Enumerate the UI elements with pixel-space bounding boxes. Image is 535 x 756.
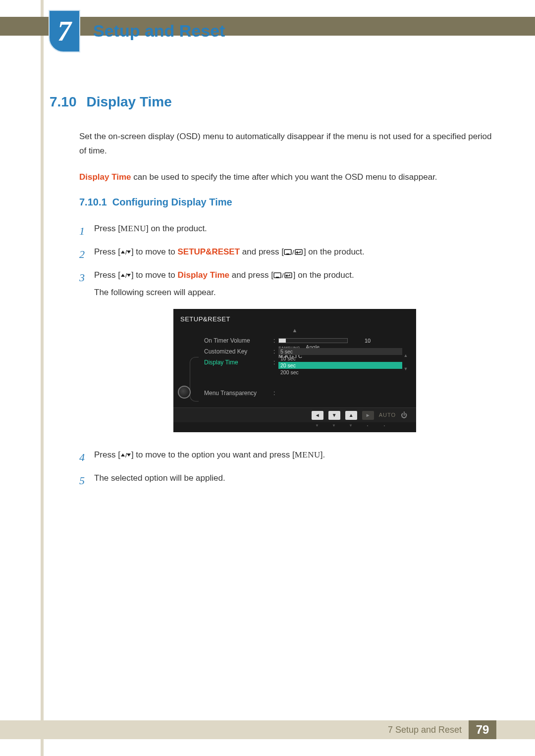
section-title-text: Display Time [87, 94, 172, 109]
step-num: 5 [79, 471, 94, 490]
svg-marker-16 [121, 454, 125, 456]
svg-marker-0 [121, 251, 125, 253]
osd-scroll-up-icon: ▲ [173, 328, 416, 333]
svg-rect-4 [286, 253, 289, 255]
subsection-title-text: Configuring Display Time [112, 197, 232, 207]
svg-marker-18 [127, 454, 131, 456]
nav-down-icon: ▼ [328, 411, 340, 420]
osd-display-time-options: 5 sec 10 sec 20 sec 200 sec [278, 348, 402, 376]
nav-right-icon: ► [362, 411, 374, 420]
footer-page-number: 79 [469, 720, 496, 739]
svg-marker-7 [296, 251, 298, 254]
chapter-number: 7 [57, 17, 71, 45]
step-text: The selected option will be applied. [94, 471, 495, 486]
step-3: 3 Press [/] to move to Display Time and … [79, 268, 495, 443]
osd-option-selected: 20 sec [278, 362, 402, 369]
svg-text:/: / [125, 452, 127, 459]
chapter-badge: 7 [49, 10, 80, 52]
osd-row-display-time: Display Time : 5 sec 10 sec 20 sec 200 [204, 357, 409, 368]
osd-nav-sub: ▼▼▼•• [173, 422, 416, 432]
keyword-setupreset: SETUP&RESET [177, 247, 240, 256]
chapter-title: Setup and Reset [93, 21, 225, 41]
page-content: 7.10Display Time Set the on-screen displ… [50, 94, 495, 495]
section-heading: 7.10Display Time [50, 94, 495, 110]
nav-left-icon: ◄ [312, 411, 323, 420]
svg-marker-8 [121, 274, 125, 277]
svg-marker-10 [127, 274, 131, 277]
header-bar [0, 17, 535, 36]
intro-paragraph-1: Set the on-screen display (OSD) menu to … [79, 130, 495, 158]
osd-panel: SETUP&RESET ▲ On Timer Volume : [173, 309, 416, 432]
osd-option: 5 sec [278, 348, 402, 355]
step-text: Press [/] to move to Display Time and pr… [94, 268, 495, 443]
osd-option: 10 sec [278, 355, 402, 362]
svg-marker-15 [285, 274, 287, 277]
step-num: 4 [79, 448, 94, 466]
section-number: 7.10 [50, 94, 77, 109]
step-num: 1 [79, 222, 94, 240]
power-icon: ⏻ [401, 410, 407, 421]
osd-nav-bar: ◄ ▼ ▲ ► AUTO ⏻ [173, 407, 416, 422]
step-text: Press [/] to move to the option you want… [94, 448, 495, 462]
up-down-icon: / [120, 452, 131, 459]
subsection-heading: 7.10.1 Configuring Display Time [79, 197, 495, 208]
svg-rect-14 [285, 273, 292, 278]
gear-icon [178, 386, 191, 399]
up-down-icon: / [120, 249, 131, 256]
svg-rect-6 [295, 250, 302, 254]
up-down-icon: / [120, 272, 131, 279]
menu-button-label: MENU [295, 450, 321, 459]
footer-bar: 7 Setup and Reset 79 [0, 720, 535, 739]
intro-paragraph-2: Display Time can be used to specify the … [79, 170, 495, 185]
osd-title: SETUP&RESET [173, 309, 416, 328]
source-enter-icon: / [284, 248, 304, 256]
steps-list: 1 Press [MENU] on the product. 2 Press [… [79, 222, 495, 490]
keyword-display-time: Display Time [79, 172, 131, 182]
svg-text:/: / [292, 249, 294, 256]
osd-dial [180, 335, 201, 399]
svg-rect-12 [276, 277, 279, 278]
nav-auto-label: AUTO [379, 410, 396, 420]
keyword-displaytime: Display Time [177, 270, 229, 280]
step-4: 4 Press [/] to move to the option you wa… [79, 448, 495, 466]
step-1: 1 Press [MENU] on the product. [79, 222, 495, 240]
subsection-number: 7.10.1 [79, 197, 107, 207]
svg-text:/: / [125, 272, 127, 279]
step-text: Press [/] to move to SETUP&RESET and pre… [94, 245, 495, 259]
step-num: 3 [79, 268, 94, 287]
osd-menu: On Timer Volume : 10 Customized Key : [201, 335, 409, 399]
step-num: 2 [79, 245, 94, 263]
osd-row-menu-transparency: Menu Transparency : [204, 388, 409, 399]
menu-button-label: MENU [120, 224, 146, 233]
svg-text:/: / [125, 249, 127, 256]
step-2: 2 Press [/] to move to SETUP&RESET and p… [79, 245, 495, 263]
svg-marker-2 [127, 251, 131, 253]
osd-option: 200 sec [278, 369, 402, 376]
step-text: Press [MENU] on the product. [94, 222, 495, 236]
left-accent-bar [41, 0, 44, 756]
step-5: 5 The selected option will be applied. [79, 471, 495, 490]
footer-chapter-label: 7 Setup and Reset [388, 725, 462, 735]
nav-up-icon: ▲ [345, 411, 357, 420]
source-enter-icon: / [273, 271, 293, 279]
svg-text:/: / [282, 272, 284, 279]
